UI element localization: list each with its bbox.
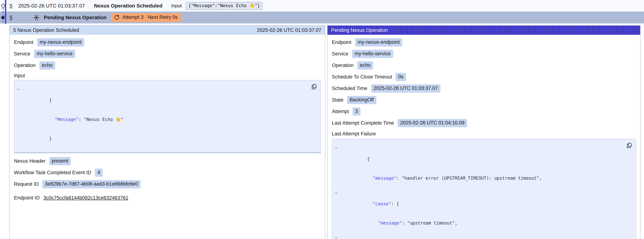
field-service: Service my-hello-service: [14, 48, 321, 60]
failure-json-viewer: { "message": "handler error (UPSTREAM_TI…: [332, 139, 636, 239]
json-line: "cause": {: [332, 188, 623, 214]
json-line: "message": "upstream timeout",: [332, 214, 623, 233]
pending-asterisk-icon: [33, 14, 40, 21]
field-label: State: [332, 97, 344, 103]
field-label: Request ID: [14, 181, 39, 187]
event-timestamp: 2025-02-26 UTC 01:03:37.07: [18, 3, 85, 9]
field-state: State BackingOff: [332, 94, 636, 106]
failure-label-text: Last Attempt Failure: [332, 131, 376, 137]
field-endpoint: Endpoint my-nexus-endpoint: [332, 36, 636, 48]
field-endpoint-id: Endpoint ID 3c0c75ccfa8144b092c13ce63246…: [14, 192, 321, 204]
nexus-operation-screen: { "colors": { "accent_indigo": "#4640d9"…: [0, 0, 644, 239]
collapse-chevron-icon[interactable]: [17, 86, 20, 88]
last-attempt-failure-label: Last Attempt Failure: [332, 129, 636, 139]
collapse-chevron-icon[interactable]: [335, 190, 338, 192]
field-service: Service my-hello-service: [332, 48, 636, 60]
left-panel-header: 5 Nexus Operation Scheduled 2025-02-26 U…: [10, 26, 325, 35]
field-label: Last Attempt Complete Time: [332, 120, 394, 126]
attempt-retry-badge: Attempt 3 · Next Retry 0s: [111, 13, 181, 22]
event-input-value-chip: {"Message":"Nexus Echo 👋"}: [186, 2, 262, 10]
field-value-chip: 2025-02-26 UTC 01:03:37.07: [371, 84, 440, 92]
right-panel-header: Pending Nexus Operation: [328, 26, 640, 35]
field-attempt: Attempt 3: [332, 106, 636, 117]
pending-event-id-link[interactable]: 5: [10, 15, 12, 20]
json-key: "Message": [55, 117, 78, 122]
field-value-chip: my-hello-service: [34, 50, 75, 58]
panel-nexus-operation-scheduled: 5 Nexus Operation Scheduled 2025-02-26 U…: [9, 25, 325, 239]
json-line: }: [14, 129, 308, 148]
json-line: {: [14, 84, 308, 110]
field-endpoint: Endpoint my-nexus-endpoint: [14, 36, 321, 48]
field-value-chip: present: [49, 157, 71, 165]
field-value-chip: my-nexus-endpoint: [37, 38, 84, 46]
field-label: Workflow Task Completed Event ID: [14, 170, 91, 176]
field-scheduled-time: Scheduled Time 2025-02-26 UTC 01:03:37.0…: [332, 83, 636, 94]
input-label-text: Input: [14, 73, 25, 78]
event-row-pending-nexus-operation[interactable]: 5 Pending Nexus Operation Attempt 3 · Ne…: [0, 12, 644, 24]
json-line: {: [332, 143, 623, 169]
json-text: : "upstream timeout",: [402, 220, 458, 226]
detail-panels: 5 Nexus Operation Scheduled 2025-02-26 U…: [9, 25, 640, 239]
left-panel-title: 5 Nexus Operation Scheduled: [13, 28, 79, 33]
field-operation: Operation echo: [332, 60, 636, 71]
left-panel-body: Endpoint my-nexus-endpoint Service my-he…: [10, 35, 325, 204]
input-json-viewer: { "Message": "Nexus Echo 👋" }: [14, 80, 321, 153]
field-label: Attempt: [332, 109, 349, 114]
field-last-attempt-complete-time: Last Attempt Complete Time 2025-02-26 UT…: [332, 117, 636, 129]
field-label: Scheduled Time: [332, 86, 368, 91]
json-key: "message": [378, 220, 402, 226]
field-value-chip: 3: [352, 108, 360, 116]
field-label: Nexus Header: [14, 158, 46, 164]
field-workflow-task-completed-event-id: Workflow Task Completed Event ID 4: [14, 167, 321, 178]
json-text: : "handler error (UPSTREAM_TIMEOUT): ups…: [396, 176, 542, 181]
json-key: "message": [373, 176, 396, 181]
field-label: Service: [332, 51, 348, 57]
field-value-chip: BackingOff: [347, 96, 376, 104]
field-operation: Operation echo: [14, 60, 321, 71]
field-value-chip: echo: [357, 61, 373, 70]
timeline-active-bar: [5, 0, 6, 24]
field-value-chip: my-hello-service: [352, 50, 393, 58]
collapse-chevron-icon[interactable]: [335, 145, 338, 147]
endpoint-id-link[interactable]: 3c0c75ccfa8144b092c13ce632463761: [44, 195, 128, 201]
field-label: Endpoint ID: [14, 195, 40, 201]
event-title: Nexus Operation Scheduled: [94, 3, 162, 9]
field-request-id: Request ID 3e829b7e-7d67-4b08-aad3-b1e86…: [14, 178, 321, 190]
timeline-pending-event-dot: [2, 16, 4, 19]
field-label: Operation: [332, 62, 354, 68]
timeline-open-event-dot: [2, 4, 5, 7]
timeline-rail: [0, 0, 8, 24]
field-value-chip: 2025-02-26 UTC 01:04:10.09: [398, 119, 467, 127]
collapse-chevron-icon[interactable]: [335, 234, 338, 236]
copy-icon[interactable]: [311, 83, 317, 90]
field-label: Service: [14, 51, 30, 57]
json-text: : "Nexus Echo 👋": [78, 117, 124, 122]
left-panel-timestamp: 2025-02-26 UTC 01:03:37.07: [257, 28, 321, 33]
panel-pending-nexus-operation: Pending Nexus Operation Endpoint my-nexu…: [327, 25, 640, 239]
field-value-chip: echo: [39, 61, 55, 70]
event-id-link[interactable]: 5: [10, 3, 12, 9]
json-text: {: [367, 156, 370, 162]
field-label: Endpoint: [332, 40, 352, 45]
field-label: Schedule To Close Timeout: [332, 74, 392, 80]
field-value-chip: 3e829b7e-7d67-4b08-aad3-b1e868bfe9e0: [42, 180, 140, 188]
right-panel-title: Pending Nexus Operation: [331, 28, 388, 33]
json-key: "cause": [373, 201, 391, 206]
field-value-chip: 0s: [396, 73, 406, 81]
event-row-nexus-operation-scheduled[interactable]: 5 2025-02-26 UTC 01:03:37.07 Nexus Opera…: [0, 0, 644, 12]
field-schedule-to-close-timeout: Schedule To Close Timeout 0s: [332, 71, 636, 83]
right-panel-body: Endpoint my-nexus-endpoint Service my-he…: [328, 35, 640, 239]
attempt-retry-text: Attempt 3 · Next Retry 0s: [122, 14, 178, 20]
json-text: }: [49, 136, 52, 141]
field-nexus-header: Nexus Header present: [14, 155, 321, 167]
pending-title: Pending Nexus Operation: [44, 15, 106, 20]
field-value-chip: 4: [95, 168, 103, 177]
field-value-chip: my-nexus-endpoint: [355, 38, 402, 46]
json-line: "applicationFailureInfo": {: [332, 233, 623, 239]
input-section-label: Input: [14, 71, 321, 80]
copy-icon[interactable]: [626, 142, 632, 148]
field-label: Operation: [14, 62, 36, 68]
field-label: Endpoint: [14, 40, 34, 45]
json-line: "message": "handler error (UPSTREAM_TIME…: [332, 169, 623, 188]
retry-refresh-icon: [114, 14, 120, 20]
